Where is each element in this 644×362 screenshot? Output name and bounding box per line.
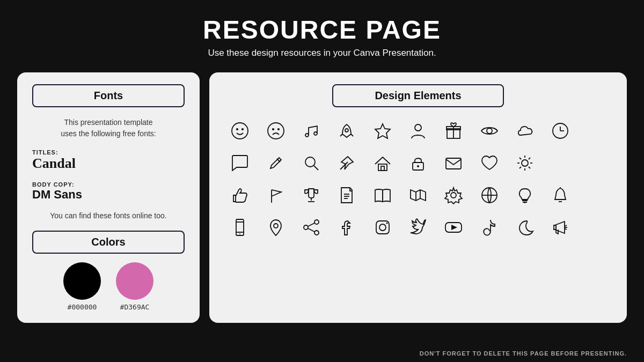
icon-mail [438, 149, 469, 177]
icon-pin [331, 149, 362, 177]
footer-note: DON'T FORGET TO DELETE THIS PAGE BEFORE … [420, 350, 627, 357]
icon-megaphone [545, 213, 576, 241]
fonts-label: Fonts [32, 84, 185, 107]
icon-rocket [331, 117, 362, 145]
svg-point-0 [232, 123, 248, 139]
svg-point-60 [379, 224, 386, 231]
icon-lock [402, 149, 434, 177]
title-font-entry: TITLES: Candal [32, 149, 185, 172]
icon-bell [545, 181, 576, 209]
svg-line-32 [519, 158, 521, 159]
svg-point-7 [314, 132, 317, 135]
icon-moon [509, 213, 540, 241]
right-panel: Design Elements [209, 72, 627, 323]
icon-empty5 [581, 213, 612, 241]
icon-gear [438, 181, 469, 209]
icon-clock [545, 117, 576, 145]
svg-line-33 [529, 167, 530, 168]
icon-location [260, 213, 291, 241]
svg-rect-22 [378, 164, 387, 171]
colors-swatches: #000000 #D369AC [32, 262, 185, 311]
icon-phone [224, 213, 255, 241]
main-content: Fonts This presentation template uses th… [0, 72, 644, 323]
icon-chat [224, 149, 255, 177]
color1-swatch [63, 262, 101, 300]
icon-globe [474, 181, 505, 209]
icon-pencil [260, 149, 291, 177]
svg-marker-42 [411, 190, 426, 201]
svg-point-53 [274, 224, 278, 228]
title-font-name: Candal [32, 156, 185, 172]
svg-rect-23 [381, 166, 384, 171]
body-font-label: BODY COPY: [32, 181, 185, 188]
icon-twitter [402, 213, 434, 241]
color2-swatch [116, 262, 153, 300]
svg-marker-63 [451, 225, 457, 230]
icon-sad [260, 117, 291, 145]
title-font-label: TITLES: [32, 149, 185, 156]
svg-line-58 [308, 228, 314, 232]
icon-person [402, 117, 434, 145]
fonts-description: This presentation template uses the foll… [32, 117, 185, 139]
icon-facebook [331, 213, 362, 241]
icon-cloud [509, 117, 540, 145]
svg-point-1 [237, 129, 238, 130]
fonts-find-text: You can find these fonts online too. [32, 211, 185, 220]
svg-line-20 [314, 166, 318, 170]
svg-point-27 [522, 160, 528, 166]
icon-document [331, 181, 362, 209]
icon-trophy [296, 181, 327, 209]
svg-point-10 [415, 124, 421, 131]
icon-sun [509, 149, 540, 177]
icon-book [367, 181, 398, 209]
icon-star [367, 117, 398, 145]
svg-point-52 [239, 233, 240, 234]
color2-swatch-wrap: #D369AC [116, 262, 153, 311]
icon-map [402, 181, 434, 209]
icon-music [296, 117, 327, 145]
page-header: RESOURCE PAGE Use these design resources… [203, 0, 441, 64]
color1-label: #000000 [68, 303, 97, 311]
left-panel: Fonts This presentation template uses th… [17, 72, 200, 323]
icon-share [296, 213, 327, 241]
svg-marker-9 [375, 124, 390, 138]
svg-point-2 [242, 129, 243, 130]
icon-flag [260, 181, 291, 209]
svg-line-57 [308, 223, 314, 226]
icon-thumbsup [224, 181, 255, 209]
page-title: RESOURCE PAGE [203, 15, 441, 45]
svg-point-14 [487, 128, 492, 134]
svg-point-4 [272, 129, 273, 130]
icon-eye [474, 117, 505, 145]
color2-label: #D369AC [120, 303, 150, 311]
icon-tiktok [474, 213, 505, 241]
body-font-entry: BODY COPY: DM Sans [32, 181, 185, 202]
colors-label: Colors [32, 231, 185, 254]
svg-point-54 [314, 220, 319, 224]
icons-grid [224, 117, 612, 241]
icon-smile [224, 117, 255, 145]
svg-point-55 [314, 231, 319, 235]
svg-line-34 [529, 158, 530, 159]
icon-empty1 [581, 117, 612, 145]
colors-section: Colors #000000 #D369AC [32, 231, 185, 311]
svg-line-18 [277, 159, 280, 162]
svg-rect-26 [446, 158, 461, 169]
svg-point-25 [417, 165, 419, 167]
svg-point-45 [451, 193, 456, 198]
svg-point-8 [345, 129, 348, 132]
icon-empty3 [581, 149, 612, 177]
page-subtitle: Use these design resources in your Canva… [203, 48, 441, 58]
icon-bulb [509, 181, 540, 209]
svg-point-56 [304, 225, 308, 230]
icon-youtube [438, 213, 469, 241]
design-elements-label: Design Elements [332, 84, 504, 107]
svg-point-3 [268, 123, 284, 139]
svg-line-35 [519, 167, 521, 168]
svg-point-61 [386, 223, 387, 224]
icon-home [367, 149, 398, 177]
icon-heart [474, 149, 505, 177]
svg-point-19 [305, 157, 315, 167]
icon-empty4 [581, 181, 612, 209]
icon-gift [438, 117, 469, 145]
